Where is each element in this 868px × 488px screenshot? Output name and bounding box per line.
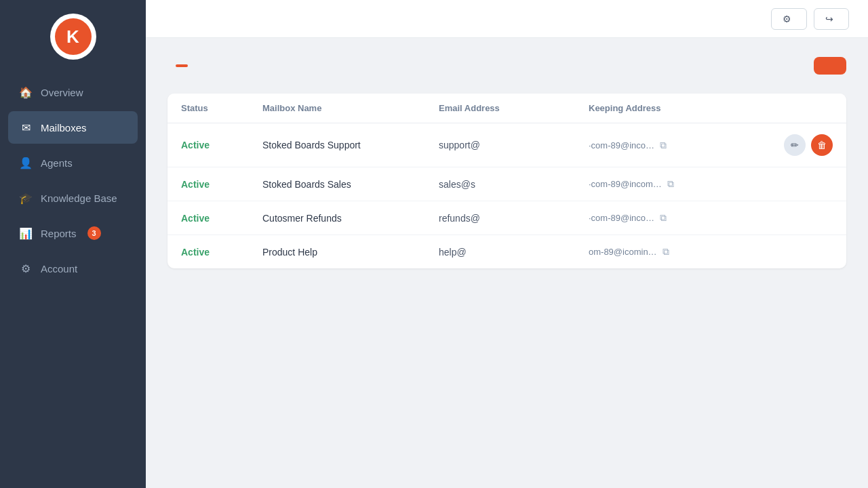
column-header: Mailbox Name — [262, 103, 439, 113]
row-actions: ✏ 🗑 — [778, 134, 833, 156]
column-header — [778, 103, 833, 113]
page-title-row — [167, 64, 188, 67]
sidebar-label-reports: Reports — [41, 228, 77, 239]
sidebar-label-knowledge-base: Knowledge Base — [41, 192, 117, 204]
edit-mailbox-button[interactable]: ✏ — [784, 134, 806, 156]
logo-circle: K — [50, 14, 96, 60]
status-badge: Active — [181, 247, 262, 258]
reports-badge: 3 — [87, 226, 101, 240]
sidebar-item-mailboxes[interactable]: ✉ Mailboxes — [8, 111, 138, 144]
topbar: ⚙ ↪ — [146, 0, 868, 38]
gear-icon: ⚙ — [783, 14, 791, 24]
email-address: refunds@ — [439, 213, 589, 224]
status-badge: Active — [181, 140, 262, 150]
agents-icon: 👤 — [19, 156, 33, 169]
content-area: StatusMailbox NameEmail AddressKeeping A… — [146, 38, 868, 488]
copy-icon[interactable]: ⧉ — [663, 246, 669, 258]
keeping-address: ·com-89@inco… ⧉ — [589, 140, 778, 151]
column-header: Email Address — [439, 103, 589, 113]
sidebar-item-knowledge-base[interactable]: 🎓 Knowledge Base — [8, 182, 138, 214]
status-badge: Active — [181, 213, 262, 224]
sidebar-label-agents: Agents — [41, 157, 73, 169]
knowledge-base-icon: 🎓 — [19, 191, 33, 205]
table-row: Active Stoked Boards Sales sales@s ·com-… — [167, 167, 846, 201]
email-address: support@ — [439, 140, 589, 150]
sidebar-label-mailboxes: Mailboxes — [41, 122, 87, 134]
table-row: Active Cutosmer Refunds refunds@ ·com-89… — [167, 201, 846, 235]
keeping-address: ·com-89@inco… ⧉ — [589, 212, 778, 224]
sidebar-item-overview[interactable]: 🏠 Overview — [8, 76, 138, 108]
delete-mailbox-button[interactable]: 🗑 — [811, 134, 833, 156]
main-content: ⚙ ↪ StatusMailbox NameEmail AddressKeepi… — [146, 0, 868, 488]
account-icon: ⚙ — [19, 262, 33, 275]
mailbox-name: Stoked Boards Support — [262, 140, 439, 150]
mailboxes-table: StatusMailbox NameEmail AddressKeeping A… — [167, 94, 846, 268]
overview-icon: 🏠 — [19, 85, 33, 99]
page-header — [167, 57, 846, 75]
sidebar-nav: 🏠 Overview✉ Mailboxes👤 Agents🎓 Knowledge… — [0, 70, 146, 488]
email-address: sales@s — [439, 179, 589, 190]
logo-icon: K — [55, 18, 92, 55]
status-badge: Active — [181, 179, 262, 190]
topbar-actions: ⚙ ↪ — [771, 8, 849, 30]
sidebar: K 🏠 Overview✉ Mailboxes👤 Agents🎓 Knowled… — [0, 0, 146, 488]
logout-icon: ↪ — [825, 14, 833, 24]
add-mailbox-button[interactable] — [814, 57, 846, 75]
keeping-address: ·com-89@incom… ⧉ — [589, 178, 778, 190]
sidebar-item-account[interactable]: ⚙ Account — [8, 252, 138, 285]
logo-wrapper: K — [0, 0, 146, 70]
sidebar-item-agents[interactable]: 👤 Agents — [8, 146, 138, 179]
page-badge — [176, 64, 188, 67]
copy-icon[interactable]: ⧉ — [660, 212, 667, 224]
sidebar-label-account: Account — [41, 263, 77, 274]
copy-icon[interactable]: ⧉ — [660, 140, 667, 151]
mailboxes-icon: ✉ — [19, 121, 33, 134]
copy-icon[interactable]: ⧉ — [667, 178, 674, 190]
logout-button[interactable]: ↪ — [814, 8, 849, 30]
help-button[interactable]: ⚙ — [771, 8, 807, 30]
column-header: Status — [181, 103, 262, 113]
table-row: Active Product Help help@ om-89@icomin… … — [167, 235, 846, 268]
table-header: StatusMailbox NameEmail AddressKeeping A… — [167, 94, 846, 123]
sidebar-label-overview: Overview — [41, 87, 83, 98]
mailbox-name: Cutosmer Refunds — [262, 213, 439, 224]
table-body: Active Stoked Boards Support support@ ·c… — [167, 123, 846, 268]
table-row: Active Stoked Boards Support support@ ·c… — [167, 123, 846, 167]
mailbox-name: Stoked Boards Sales — [262, 179, 439, 190]
keeping-address: om-89@icomin… ⧉ — [589, 246, 778, 258]
column-header: Keeping Address — [589, 103, 778, 113]
sidebar-item-reports[interactable]: 📊 Reports3 — [8, 217, 138, 249]
reports-icon: 📊 — [19, 226, 33, 240]
mailbox-name: Product Help — [262, 247, 439, 258]
email-address: help@ — [439, 247, 589, 258]
